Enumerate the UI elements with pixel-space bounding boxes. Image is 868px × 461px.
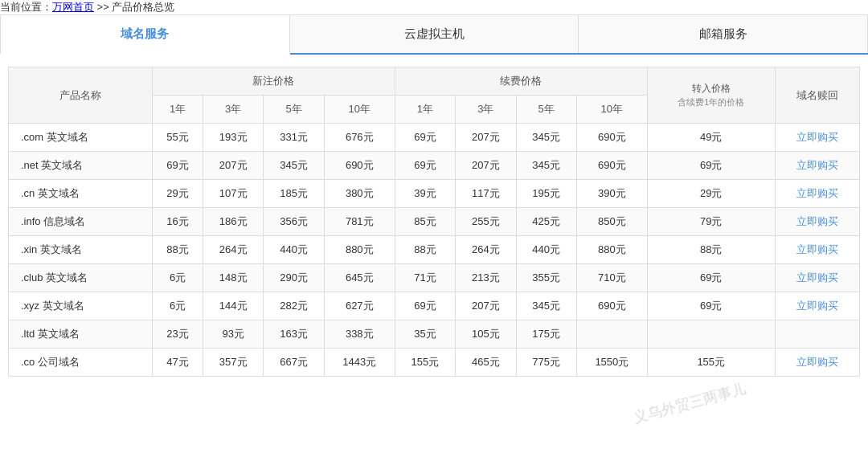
new-price-cell: 23元 <box>153 320 203 349</box>
renewal-price-cell: 850元 <box>576 208 647 236</box>
renewal-price-cell: 117元 <box>456 180 516 208</box>
buy-now-button[interactable]: 立即购买 <box>796 356 838 368</box>
transfer-price-cell: 88元 <box>647 236 775 264</box>
renewal-price-cell: 255元 <box>456 208 516 236</box>
renewal-price-cell: 155元 <box>395 349 455 377</box>
buy-now-cell[interactable]: 立即购买 <box>775 349 859 377</box>
renewal-year-3: 3年 <box>456 96 516 124</box>
transfer-price-cell: 69元 <box>647 264 775 292</box>
renewal-price-cell: 440元 <box>516 236 576 264</box>
renewal-price-cell: 175元 <box>516 320 576 349</box>
tab-email[interactable]: 邮箱服务 <box>579 14 868 53</box>
breadcrumb-prefix: 当前位置： <box>0 1 52 13</box>
renewal-price-cell: 710元 <box>576 264 647 292</box>
renewal-price-cell: 69元 <box>395 152 455 180</box>
renewal-price-cell: 35元 <box>395 320 455 349</box>
new-price-cell: 107元 <box>203 180 264 208</box>
product-name-cell: .net 英文域名 <box>9 152 153 180</box>
renewal-price-cell: 345元 <box>516 292 576 320</box>
tab-domain[interactable]: 域名服务 <box>0 14 290 55</box>
buy-now-button[interactable]: 立即购买 <box>796 243 838 255</box>
new-price-cell: 193元 <box>203 124 264 152</box>
new-price-cell: 163元 <box>264 320 324 349</box>
new-year-1: 1年 <box>153 96 203 124</box>
buy-now-button[interactable]: 立即购买 <box>796 159 838 171</box>
renewal-price-cell: 880元 <box>576 236 647 264</box>
new-price-cell: 290元 <box>264 264 324 292</box>
new-price-cell: 6元 <box>153 264 203 292</box>
transfer-price-cell: 69元 <box>647 152 775 180</box>
product-name-cell: .cn 英文域名 <box>9 180 153 208</box>
product-name-cell: .com 英文域名 <box>9 124 153 152</box>
buy-now-button[interactable]: 立即购买 <box>796 131 838 143</box>
product-name-cell: .info 信息域名 <box>9 208 153 236</box>
renewal-price-cell: 1550元 <box>576 349 647 377</box>
renewal-price-header: 续费价格 <box>395 67 647 96</box>
renewal-price-cell: 207元 <box>456 152 516 180</box>
new-price-cell: 356元 <box>264 208 324 236</box>
renewal-price-cell: 207元 <box>456 292 516 320</box>
product-name-header: 产品名称 <box>9 67 153 124</box>
renewal-price-cell: 690元 <box>576 124 647 152</box>
renewal-price-cell: 345元 <box>516 124 576 152</box>
breadcrumb-current: 产品价格总览 <box>112 1 174 13</box>
renewal-price-cell <box>576 320 647 349</box>
buy-now-cell[interactable] <box>775 320 859 349</box>
new-price-cell: 282元 <box>264 292 324 320</box>
new-price-cell: 690元 <box>324 152 395 180</box>
buy-now-cell[interactable]: 立即购买 <box>775 124 859 152</box>
breadcrumb-home-link[interactable]: 万网首页 <box>52 1 94 13</box>
tab-cloud-host[interactable]: 云虚拟主机 <box>290 14 579 53</box>
new-price-cell: 6元 <box>153 292 203 320</box>
new-price-cell: 380元 <box>324 180 395 208</box>
renewal-price-cell: 85元 <box>395 208 455 236</box>
renewal-year-5: 5年 <box>516 96 576 124</box>
renewal-price-cell: 105元 <box>456 320 516 349</box>
renewal-price-cell: 88元 <box>395 236 455 264</box>
new-year-3: 3年 <box>203 96 264 124</box>
new-price-cell: 207元 <box>203 152 264 180</box>
buy-now-button[interactable]: 立即购买 <box>796 300 838 312</box>
renewal-price-cell: 355元 <box>516 264 576 292</box>
new-price-cell: 667元 <box>264 349 324 377</box>
buy-now-cell[interactable]: 立即购买 <box>775 180 859 208</box>
new-price-cell: 338元 <box>324 320 395 349</box>
product-name-cell: .xin 英文域名 <box>9 236 153 264</box>
renewal-year-1: 1年 <box>395 96 455 124</box>
buy-now-cell[interactable]: 立即购买 <box>775 208 859 236</box>
buy-now-cell[interactable]: 立即购买 <box>775 292 859 320</box>
buy-now-button[interactable]: 立即购买 <box>796 215 838 227</box>
new-year-5: 5年 <box>264 96 324 124</box>
transfer-price-header: 转入价格 含续费1年的价格 <box>647 67 775 124</box>
price-table: 产品名称 新注价格 续费价格 转入价格 含续费1年的价格 域名赎回 1年 3年 … <box>8 67 860 377</box>
tabs-container: 域名服务 云虚拟主机 邮箱服务 <box>0 14 868 55</box>
renewal-price-cell: 425元 <box>516 208 576 236</box>
new-price-cell: 676元 <box>324 124 395 152</box>
new-price-cell: 93元 <box>203 320 264 349</box>
renewal-price-cell: 264元 <box>456 236 516 264</box>
product-name-cell: .club 英文域名 <box>9 264 153 292</box>
main-content: 产品名称 新注价格 续费价格 转入价格 含续费1年的价格 域名赎回 1年 3年 … <box>0 55 868 389</box>
buy-now-cell[interactable]: 立即购买 <box>775 236 859 264</box>
new-price-header: 新注价格 <box>153 67 395 96</box>
buy-now-button[interactable]: 立即购买 <box>796 271 838 284</box>
renewal-price-cell: 390元 <box>576 180 647 208</box>
transfer-price-cell: 49元 <box>647 124 775 152</box>
buy-now-cell[interactable]: 立即购买 <box>775 152 859 180</box>
product-name-cell: .xyz 英文域名 <box>9 292 153 320</box>
transfer-price-cell <box>647 320 775 349</box>
new-price-cell: 16元 <box>153 208 203 236</box>
new-price-cell: 440元 <box>264 236 324 264</box>
buy-now-button[interactable]: 立即购买 <box>796 187 838 199</box>
renewal-price-cell: 39元 <box>395 180 455 208</box>
transfer-price-cell: 29元 <box>647 180 775 208</box>
new-price-cell: 627元 <box>324 292 395 320</box>
breadcrumb-separator: >> <box>94 1 112 13</box>
renewal-price-cell: 69元 <box>395 292 455 320</box>
renewal-price-cell: 690元 <box>576 152 647 180</box>
new-price-cell: 781元 <box>324 208 395 236</box>
new-price-cell: 148元 <box>203 264 264 292</box>
buy-now-cell[interactable]: 立即购买 <box>775 264 859 292</box>
transfer-price-cell: 155元 <box>647 349 775 377</box>
new-price-cell: 264元 <box>203 236 264 264</box>
